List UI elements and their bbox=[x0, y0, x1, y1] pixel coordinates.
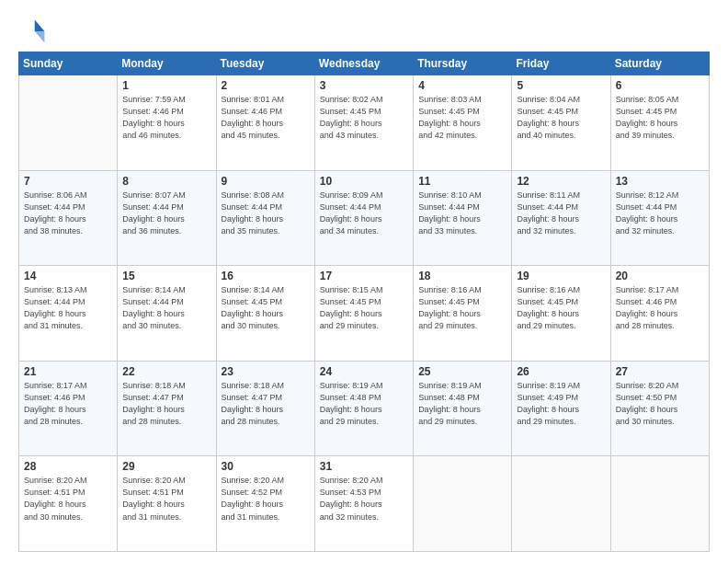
day-detail: Sunrise: 8:16 AM Sunset: 4:45 PM Dayligh… bbox=[418, 284, 506, 332]
calendar-cell: 21Sunrise: 8:17 AM Sunset: 4:46 PM Dayli… bbox=[19, 361, 118, 456]
col-header-saturday: Saturday bbox=[610, 52, 709, 75]
day-detail: Sunrise: 8:09 AM Sunset: 4:44 PM Dayligh… bbox=[320, 190, 408, 237]
calendar-cell: 14Sunrise: 8:13 AM Sunset: 4:44 PM Dayli… bbox=[19, 266, 118, 362]
calendar-cell: 23Sunrise: 8:18 AM Sunset: 4:47 PM Dayli… bbox=[216, 361, 314, 456]
day-number: 4 bbox=[418, 79, 506, 92]
day-number: 16 bbox=[222, 270, 310, 282]
day-detail: Sunrise: 8:17 AM Sunset: 4:46 PM Dayligh… bbox=[24, 380, 112, 428]
calendar-cell: 17Sunrise: 8:15 AM Sunset: 4:45 PM Dayli… bbox=[314, 266, 413, 362]
col-header-wednesday: Wednesday bbox=[314, 52, 413, 75]
calendar-cell: 7Sunrise: 8:06 AM Sunset: 4:44 PM Daylig… bbox=[19, 170, 118, 266]
day-number: 3 bbox=[320, 79, 408, 92]
calendar-cell: 4Sunrise: 8:03 AM Sunset: 4:45 PM Daylig… bbox=[414, 75, 512, 171]
calendar-cell: 27Sunrise: 8:20 AM Sunset: 4:50 PM Dayli… bbox=[610, 361, 709, 456]
day-detail: Sunrise: 8:11 AM Sunset: 4:44 PM Dayligh… bbox=[517, 190, 605, 237]
calendar-cell: 9Sunrise: 8:08 AM Sunset: 4:44 PM Daylig… bbox=[216, 170, 314, 266]
day-detail: Sunrise: 8:18 AM Sunset: 4:47 PM Dayligh… bbox=[222, 380, 310, 428]
calendar-cell: 24Sunrise: 8:19 AM Sunset: 4:48 PM Dayli… bbox=[314, 361, 413, 456]
day-number: 7 bbox=[24, 175, 112, 188]
day-number: 28 bbox=[24, 460, 112, 473]
calendar-cell: 6Sunrise: 8:05 AM Sunset: 4:45 PM Daylig… bbox=[610, 75, 709, 171]
calendar-cell: 2Sunrise: 8:01 AM Sunset: 4:46 PM Daylig… bbox=[216, 75, 314, 171]
calendar-week-1: 7Sunrise: 8:06 AM Sunset: 4:44 PM Daylig… bbox=[19, 170, 710, 266]
calendar-cell: 1Sunrise: 7:59 AM Sunset: 4:46 PM Daylig… bbox=[118, 75, 216, 171]
day-detail: Sunrise: 8:15 AM Sunset: 4:45 PM Dayligh… bbox=[320, 284, 408, 332]
calendar-header-row: SundayMondayTuesdayWednesdayThursdayFrid… bbox=[19, 52, 710, 75]
day-detail: Sunrise: 8:04 AM Sunset: 4:45 PM Dayligh… bbox=[517, 94, 605, 142]
calendar-table: SundayMondayTuesdayWednesdayThursdayFrid… bbox=[18, 52, 710, 552]
day-detail: Sunrise: 8:02 AM Sunset: 4:45 PM Dayligh… bbox=[320, 94, 408, 142]
calendar-cell: 22Sunrise: 8:18 AM Sunset: 4:47 PM Dayli… bbox=[118, 361, 216, 456]
day-number: 19 bbox=[517, 270, 605, 282]
day-detail: Sunrise: 8:05 AM Sunset: 4:45 PM Dayligh… bbox=[616, 94, 704, 142]
day-number: 14 bbox=[24, 270, 112, 282]
calendar-week-0: 1Sunrise: 7:59 AM Sunset: 4:46 PM Daylig… bbox=[19, 75, 710, 171]
day-number: 11 bbox=[418, 175, 506, 188]
calendar-cell bbox=[19, 75, 118, 171]
day-detail: Sunrise: 8:03 AM Sunset: 4:45 PM Dayligh… bbox=[418, 94, 506, 142]
calendar-cell: 31Sunrise: 8:20 AM Sunset: 4:53 PM Dayli… bbox=[314, 456, 413, 552]
day-number: 30 bbox=[222, 460, 310, 473]
day-detail: Sunrise: 8:19 AM Sunset: 4:48 PM Dayligh… bbox=[418, 380, 506, 428]
day-number: 26 bbox=[517, 365, 605, 378]
calendar-cell: 10Sunrise: 8:09 AM Sunset: 4:44 PM Dayli… bbox=[314, 170, 413, 266]
calendar-cell bbox=[512, 456, 610, 552]
day-detail: Sunrise: 8:19 AM Sunset: 4:48 PM Dayligh… bbox=[320, 380, 408, 428]
day-detail: Sunrise: 8:20 AM Sunset: 4:51 PM Dayligh… bbox=[122, 475, 210, 523]
calendar-cell: 13Sunrise: 8:12 AM Sunset: 4:44 PM Dayli… bbox=[610, 170, 709, 266]
day-number: 1 bbox=[122, 79, 210, 92]
day-number: 12 bbox=[517, 175, 605, 188]
calendar-week-2: 14Sunrise: 8:13 AM Sunset: 4:44 PM Dayli… bbox=[19, 266, 710, 362]
calendar-cell: 11Sunrise: 8:10 AM Sunset: 4:44 PM Dayli… bbox=[414, 170, 512, 266]
calendar-cell: 16Sunrise: 8:14 AM Sunset: 4:45 PM Dayli… bbox=[216, 266, 314, 362]
logo-icon bbox=[18, 17, 48, 46]
calendar-week-3: 21Sunrise: 8:17 AM Sunset: 4:46 PM Dayli… bbox=[19, 361, 710, 456]
day-number: 27 bbox=[616, 365, 704, 378]
calendar-cell bbox=[414, 456, 512, 552]
calendar-cell: 8Sunrise: 8:07 AM Sunset: 4:44 PM Daylig… bbox=[118, 170, 216, 266]
day-number: 15 bbox=[122, 270, 210, 282]
calendar-cell: 25Sunrise: 8:19 AM Sunset: 4:48 PM Dayli… bbox=[414, 361, 512, 456]
calendar-cell: 3Sunrise: 8:02 AM Sunset: 4:45 PM Daylig… bbox=[314, 75, 413, 171]
calendar-cell: 29Sunrise: 8:20 AM Sunset: 4:51 PM Dayli… bbox=[118, 456, 216, 552]
col-header-tuesday: Tuesday bbox=[216, 52, 314, 75]
day-number: 20 bbox=[616, 270, 704, 282]
calendar-cell: 18Sunrise: 8:16 AM Sunset: 4:45 PM Dayli… bbox=[414, 266, 512, 362]
day-detail: Sunrise: 8:20 AM Sunset: 4:53 PM Dayligh… bbox=[320, 475, 408, 523]
svg-marker-1 bbox=[35, 31, 45, 42]
day-number: 23 bbox=[222, 365, 310, 378]
day-number: 2 bbox=[222, 79, 310, 92]
day-detail: Sunrise: 8:06 AM Sunset: 4:44 PM Dayligh… bbox=[24, 190, 112, 237]
day-number: 10 bbox=[320, 175, 408, 188]
col-header-monday: Monday bbox=[118, 52, 216, 75]
day-detail: Sunrise: 7:59 AM Sunset: 4:46 PM Dayligh… bbox=[122, 94, 210, 142]
day-detail: Sunrise: 8:08 AM Sunset: 4:44 PM Dayligh… bbox=[222, 190, 310, 237]
day-detail: Sunrise: 8:13 AM Sunset: 4:44 PM Dayligh… bbox=[24, 284, 112, 332]
calendar-week-4: 28Sunrise: 8:20 AM Sunset: 4:51 PM Dayli… bbox=[19, 456, 710, 552]
calendar-cell: 26Sunrise: 8:19 AM Sunset: 4:49 PM Dayli… bbox=[512, 361, 610, 456]
calendar-cell: 19Sunrise: 8:16 AM Sunset: 4:45 PM Dayli… bbox=[512, 266, 610, 362]
day-number: 22 bbox=[122, 365, 210, 378]
day-number: 24 bbox=[320, 365, 408, 378]
day-number: 29 bbox=[122, 460, 210, 473]
day-number: 8 bbox=[122, 175, 210, 188]
svg-marker-0 bbox=[35, 20, 45, 31]
day-detail: Sunrise: 8:18 AM Sunset: 4:47 PM Dayligh… bbox=[122, 380, 210, 428]
day-number: 31 bbox=[320, 460, 408, 473]
day-detail: Sunrise: 8:07 AM Sunset: 4:44 PM Dayligh… bbox=[122, 190, 210, 237]
day-detail: Sunrise: 8:14 AM Sunset: 4:44 PM Dayligh… bbox=[122, 284, 210, 332]
day-detail: Sunrise: 8:10 AM Sunset: 4:44 PM Dayligh… bbox=[418, 190, 506, 237]
day-detail: Sunrise: 8:20 AM Sunset: 4:51 PM Dayligh… bbox=[24, 475, 112, 523]
day-detail: Sunrise: 8:01 AM Sunset: 4:46 PM Dayligh… bbox=[222, 94, 310, 142]
day-detail: Sunrise: 8:16 AM Sunset: 4:45 PM Dayligh… bbox=[517, 284, 605, 332]
calendar-cell: 20Sunrise: 8:17 AM Sunset: 4:46 PM Dayli… bbox=[610, 266, 709, 362]
day-detail: Sunrise: 8:20 AM Sunset: 4:50 PM Dayligh… bbox=[616, 380, 704, 428]
day-number: 17 bbox=[320, 270, 408, 282]
day-number: 18 bbox=[418, 270, 506, 282]
page: SundayMondayTuesdayWednesdayThursdayFrid… bbox=[0, 0, 728, 563]
calendar-cell: 30Sunrise: 8:20 AM Sunset: 4:52 PM Dayli… bbox=[216, 456, 314, 552]
day-number: 5 bbox=[517, 79, 605, 92]
col-header-thursday: Thursday bbox=[414, 52, 512, 75]
day-number: 21 bbox=[24, 365, 112, 378]
col-header-friday: Friday bbox=[512, 52, 610, 75]
